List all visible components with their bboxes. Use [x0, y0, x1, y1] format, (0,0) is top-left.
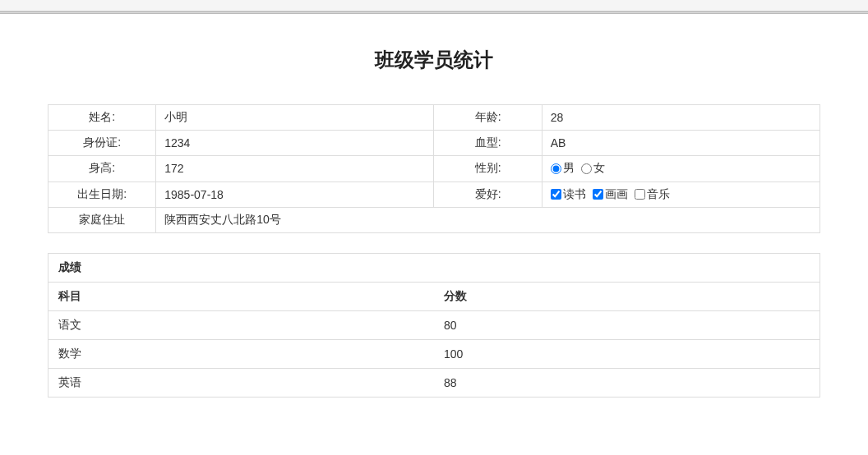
score-header-row: 科目 分数	[48, 283, 820, 311]
score-col-subject: 科目	[48, 283, 434, 311]
score-subject: 英语	[48, 369, 434, 398]
hobby-label: 爱好:	[434, 182, 542, 208]
height-label: 身高:	[48, 156, 156, 182]
hobby-option-reading[interactable]: 读书	[551, 187, 586, 202]
address-label: 家庭住址	[48, 208, 156, 233]
info-row: 身高: 172 性别: 男 女	[48, 156, 820, 182]
hobby-checkbox-reading[interactable]	[551, 189, 561, 200]
score-row: 数学 100	[48, 340, 820, 369]
score-panel-title: 成绩	[48, 254, 820, 283]
gender-option-male[interactable]: 男	[551, 161, 575, 176]
age-label: 年龄:	[434, 105, 542, 131]
hobby-option-drawing[interactable]: 画画	[593, 187, 628, 202]
blood-value: AB	[542, 131, 820, 156]
hobby-option-music[interactable]: 音乐	[635, 187, 670, 202]
url-bar	[0, 0, 868, 11]
gender-value-cell: 男 女	[542, 156, 820, 182]
gender-radio-male[interactable]	[551, 163, 561, 174]
score-table: 科目 分数 语文 80 数学 100 英语 88	[48, 283, 820, 397]
hobby-value-cell: 读书 画画 音乐	[542, 182, 820, 208]
gender-option-female[interactable]: 女	[581, 161, 605, 176]
page-title: 班级学员统计	[48, 47, 820, 73]
score-panel: 成绩 科目 分数 语文 80 数学 100 英语 88	[48, 253, 820, 398]
birth-label: 出生日期:	[48, 182, 156, 208]
id-value: 1234	[156, 131, 434, 156]
score-row: 语文 80	[48, 311, 820, 340]
height-value: 172	[156, 156, 434, 182]
info-row: 出生日期: 1985-07-18 爱好: 读书 画画 音乐	[48, 182, 820, 208]
name-label: 姓名:	[48, 105, 156, 131]
info-row: 家庭住址 陕西西安丈八北路10号	[48, 208, 820, 233]
gender-male-label: 男	[563, 161, 575, 176]
hobby-checkbox-music[interactable]	[635, 189, 645, 200]
score-value: 100	[434, 340, 820, 369]
student-info-table: 姓名: 小明 年龄: 28 身份证: 1234 血型: AB 身高: 172 性…	[48, 104, 820, 233]
address-value: 陕西西安丈八北路10号	[156, 208, 820, 233]
gender-label: 性别:	[434, 156, 542, 182]
score-col-score: 分数	[434, 283, 820, 311]
name-value: 小明	[156, 105, 434, 131]
main-container: 班级学员统计 姓名: 小明 年龄: 28 身份证: 1234 血型: AB 身高…	[48, 14, 820, 414]
blood-label: 血型:	[434, 131, 542, 156]
gender-radio-female[interactable]	[581, 163, 592, 174]
score-value: 80	[434, 311, 820, 340]
birth-value: 1985-07-18	[156, 182, 434, 208]
hobby-drawing-label: 画画	[605, 187, 628, 202]
hobby-checkbox-drawing[interactable]	[593, 189, 603, 200]
hobby-music-label: 音乐	[647, 187, 670, 202]
info-row: 身份证: 1234 血型: AB	[48, 131, 820, 156]
score-subject: 数学	[48, 340, 434, 369]
score-row: 英语 88	[48, 369, 820, 398]
score-value: 88	[434, 369, 820, 398]
score-subject: 语文	[48, 311, 434, 340]
age-value: 28	[542, 105, 820, 131]
id-label: 身份证:	[48, 131, 156, 156]
info-row: 姓名: 小明 年龄: 28	[48, 105, 820, 131]
hobby-reading-label: 读书	[563, 187, 586, 202]
gender-female-label: 女	[593, 161, 605, 176]
